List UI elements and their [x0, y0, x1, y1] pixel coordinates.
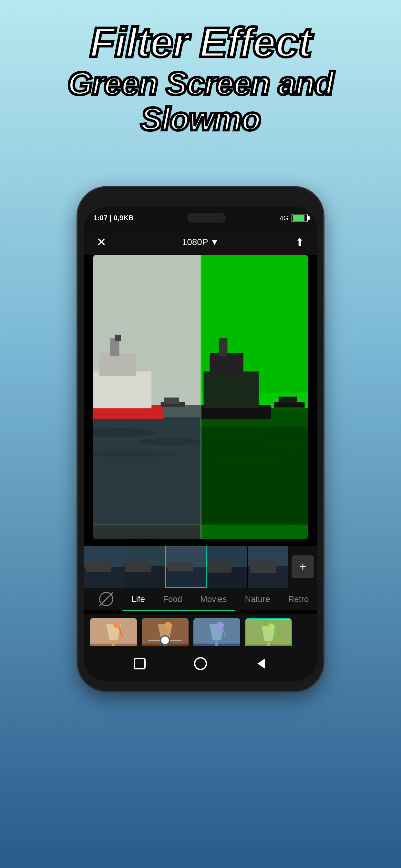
status-time: 1:07 | 0,9KB — [93, 214, 134, 222]
status-bar: 1:07 | 0,9KB 4G — [84, 207, 317, 229]
nav-back-button[interactable] — [252, 655, 270, 673]
svg-rect-13 — [164, 398, 179, 404]
timeline-strip[interactable]: + — [84, 546, 317, 588]
preview-left-normal — [93, 255, 201, 539]
resolution-label: 1080P — [182, 237, 208, 247]
svg-point-56 — [160, 636, 169, 645]
preview-right-greenscreen — [201, 255, 308, 539]
timeline-frame-3[interactable] — [165, 546, 207, 588]
network-icon: 4G — [280, 214, 288, 222]
svg-point-63 — [217, 622, 223, 628]
nav-square-icon — [132, 656, 148, 671]
top-toolbar: ✕ 1080P ▼ ⬆ — [84, 229, 317, 255]
filter-tab-nature-label: Nature — [245, 594, 270, 604]
svg-point-54 — [165, 622, 172, 628]
svg-point-70 — [268, 623, 274, 629]
main-title-line1: Filter Effect — [13, 20, 388, 66]
filter-tab-movies[interactable]: Movies — [191, 591, 236, 608]
battery-icon — [291, 214, 308, 222]
status-right: 4G — [280, 214, 308, 222]
svg-rect-71 — [135, 658, 145, 669]
no-filter-button[interactable] — [90, 589, 122, 609]
battery-fill — [293, 215, 305, 221]
filter-tab-movies-label: Movies — [200, 594, 227, 604]
export-icon: ⬆ — [296, 236, 304, 248]
svg-rect-26 — [279, 397, 297, 403]
nav-bar — [84, 646, 317, 681]
svg-rect-22 — [204, 371, 258, 408]
title-section: Filter Effect Green Screen and Slowmo — [0, 0, 401, 146]
svg-point-72 — [195, 658, 206, 670]
close-icon: ✕ — [96, 237, 106, 248]
svg-marker-73 — [257, 658, 265, 669]
phone-screen: 1:07 | 0,9KB 4G ✕ 1080P ▼ ⬆ — [84, 207, 317, 681]
svg-rect-41 — [250, 561, 276, 573]
preview-divider — [201, 255, 202, 539]
svg-rect-8 — [93, 371, 151, 408]
no-filter-icon — [99, 592, 113, 606]
timeline-frames — [84, 546, 288, 588]
nav-square-button[interactable] — [131, 655, 149, 673]
timeline-frame-4[interactable] — [207, 546, 247, 588]
filter-tab-life[interactable]: Life — [122, 591, 154, 608]
timeline-frame-5[interactable] — [248, 546, 288, 588]
camera-notch — [187, 213, 226, 223]
filter-tab-retro-label: Retro — [288, 594, 309, 604]
filter-tab-life-label: Life — [131, 594, 145, 604]
svg-rect-29 — [86, 562, 111, 572]
filter-tab-food[interactable]: Food — [154, 591, 191, 608]
main-title-line2: Green Screen and Slowmo — [13, 66, 388, 136]
export-button[interactable]: ⬆ — [291, 234, 308, 250]
timeline-frame-2[interactable] — [124, 546, 165, 588]
filter-tab-retro[interactable]: Retro — [279, 591, 317, 608]
filter-tab-nature[interactable]: Nature — [236, 591, 279, 608]
svg-rect-23 — [210, 353, 243, 375]
svg-point-20 — [201, 454, 296, 461]
svg-rect-9 — [99, 353, 136, 376]
svg-point-48 — [113, 622, 120, 628]
filter-tab-food-label: Food — [163, 594, 182, 604]
svg-rect-38 — [208, 561, 232, 573]
svg-rect-35 — [168, 562, 193, 571]
svg-rect-32 — [125, 561, 151, 572]
nav-triangle-icon — [253, 656, 269, 671]
svg-rect-11 — [115, 335, 121, 341]
svg-point-3 — [139, 438, 201, 445]
phone-container: 1:07 | 0,9KB 4G ✕ 1080P ▼ ⬆ — [78, 187, 323, 691]
resolution-button[interactable]: 1080P ▼ — [182, 237, 219, 247]
nav-circle-icon — [193, 656, 208, 671]
svg-rect-24 — [219, 338, 227, 356]
nav-home-button[interactable] — [192, 655, 210, 673]
close-button[interactable]: ✕ — [93, 234, 110, 250]
resolution-arrow-icon: ▼ — [210, 237, 219, 247]
timeline-add-button[interactable]: + — [291, 555, 314, 578]
video-preview — [93, 255, 308, 539]
filter-tabs: Life Food Movies Nature Retro — [84, 588, 317, 610]
timeline-frame-1[interactable] — [84, 546, 124, 588]
filter-active-indicator — [122, 610, 235, 611]
